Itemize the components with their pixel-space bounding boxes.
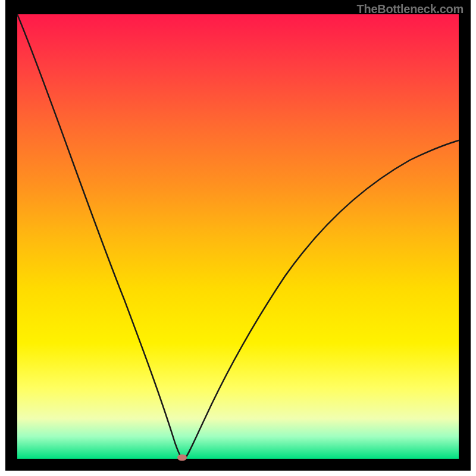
optimum-marker [177, 455, 187, 461]
chart-container: TheBottleneck.com [0, 0, 476, 476]
chart-frame: TheBottleneck.com [5, 0, 471, 471]
bottleneck-curve [17, 14, 459, 459]
curve-svg [17, 14, 459, 459]
plot-area [17, 14, 459, 459]
